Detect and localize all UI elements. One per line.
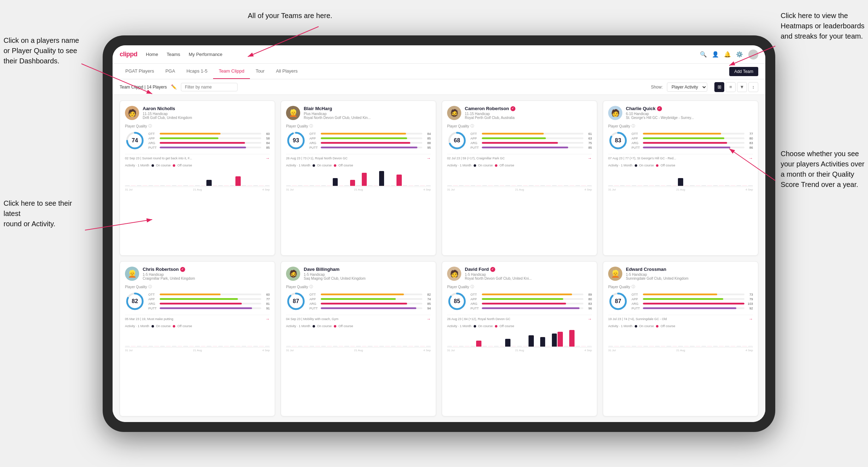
score-circle[interactable]: 82 <box>125 291 145 311</box>
score-circle[interactable]: 83 <box>608 131 628 150</box>
last-round[interactable]: 04 Sep 23 | Mobility with coach, Gym → <box>286 315 431 321</box>
show-select[interactable]: Player Activity <box>667 82 707 92</box>
stat-value: 94 <box>424 307 431 310</box>
chart-bar <box>488 185 493 186</box>
quality-info-icon[interactable]: ⓘ <box>309 284 313 289</box>
edit-icon[interactable]: ✏️ <box>171 84 177 90</box>
chart-bar <box>719 346 724 347</box>
last-round[interactable]: 02 Jul 23 | 59 (+17), Craigmillar Park G… <box>447 154 592 161</box>
chart-bar <box>614 185 619 186</box>
player-name[interactable]: Edward Crossman <box>626 267 753 272</box>
tab-hcaps[interactable]: Hcaps 1-5 <box>181 64 213 79</box>
chart-label: 4 Sep <box>584 188 592 191</box>
quality-info-icon[interactable]: ⓘ <box>148 284 152 289</box>
quality-label: Player Quality ⓘ <box>608 284 753 289</box>
stat-row: PUTT 94 <box>309 307 431 310</box>
list-view-button[interactable]: ≡ <box>726 82 736 92</box>
stat-value: 77 <box>746 132 753 136</box>
player-name[interactable]: Aaron Nicholls <box>143 106 270 111</box>
player-card[interactable]: 👱 Chris Robertson ✓ 1-5 Handicap Craigmi… <box>120 261 275 416</box>
chart-bar <box>494 346 499 347</box>
player-card[interactable]: 🧑 David Ford ✓ 1-5 Handicap Royal North … <box>442 261 597 416</box>
stat-row: OTT 77 <box>632 132 753 136</box>
chart-bar <box>540 337 545 347</box>
player-card[interactable]: 👱 Edward Crossman 1-5 Handicap Sunningda… <box>603 261 758 416</box>
player-handicap: 1-5 Handicap <box>465 273 592 277</box>
settings-icon[interactable]: ⚙️ <box>736 51 743 58</box>
stat-value: 73 <box>746 293 753 296</box>
score-circle[interactable]: 87 <box>608 291 628 311</box>
score-circle[interactable]: 93 <box>286 131 306 150</box>
player-name[interactable]: Charlie Quick ✓ <box>626 106 753 111</box>
last-round-arrow[interactable]: → <box>265 317 270 321</box>
last-round-text: 05 Mar 23 | 19, Must make putting <box>125 317 265 321</box>
player-card[interactable]: 👱 Blair McHarg Plus Handicap Royal North… <box>281 101 436 256</box>
avatar[interactable] <box>748 50 758 59</box>
tab-pgat[interactable]: PGAT Players <box>120 64 160 79</box>
last-round[interactable]: 05 Mar 23 | 19, Must make putting → <box>125 315 270 321</box>
score-circle[interactable]: 85 <box>447 291 467 311</box>
player-name[interactable]: Cameron Robertson ✓ <box>465 106 592 111</box>
player-avatar: 👱 <box>286 106 300 120</box>
last-round-arrow[interactable]: → <box>588 317 592 321</box>
player-card[interactable]: 🧔 Cameron Robertson ✓ 11-15 Handicap Roy… <box>442 101 597 256</box>
filter-button[interactable]: ▼ <box>737 82 747 92</box>
nav-home[interactable]: Home <box>146 50 158 58</box>
last-round-arrow[interactable]: → <box>749 156 753 161</box>
quality-label: Player Quality ⓘ <box>447 284 592 289</box>
nav-performance[interactable]: My Performance <box>189 50 222 58</box>
chart-bar <box>470 185 475 186</box>
last-round[interactable]: 19 Jul 23 | 74 (+4), Sunningdale GC - Ol… <box>608 315 753 321</box>
last-round[interactable]: 26 Aug 23 | 73 (+1), Royal North Devon G… <box>286 154 431 161</box>
player-header: 👱 Blair McHarg Plus Handicap Royal North… <box>286 106 431 120</box>
last-round[interactable]: 07 Aug 23 | 77 (+7), St George's Hill GC… <box>608 154 753 161</box>
last-round[interactable]: 02 Sep 23 | Sunset round to get back int… <box>125 154 270 161</box>
last-round-arrow[interactable]: → <box>427 156 431 161</box>
tab-all-players[interactable]: All Players <box>270 64 303 79</box>
quality-info-icon[interactable]: ⓘ <box>148 124 152 129</box>
quality-info-icon[interactable]: ⓘ <box>632 284 635 289</box>
chart-bar <box>235 346 240 347</box>
stat-bar <box>160 142 245 144</box>
stat-value: 79 <box>746 297 753 301</box>
last-round-arrow[interactable]: → <box>588 156 592 161</box>
score-circle[interactable]: 74 <box>125 131 145 150</box>
player-name[interactable]: Chris Robertson ✓ <box>143 267 270 272</box>
stats-list: OTT 77 APP 80 <box>632 132 753 149</box>
grid-view-button[interactable]: ⊞ <box>714 82 724 92</box>
nav-teams[interactable]: Teams <box>167 50 180 58</box>
tab-team-clippd[interactable]: Team Clippd <box>213 64 250 79</box>
stat-bar <box>482 133 544 135</box>
quality-info-icon[interactable]: ⓘ <box>470 284 474 289</box>
last-round-arrow[interactable]: → <box>427 317 431 321</box>
last-round-arrow[interactable]: → <box>749 317 753 321</box>
player-card[interactable]: 🧔 Dave Billingham 1-5 Handicap Saq Magin… <box>281 261 436 416</box>
chart-labels: 31 Jul21 Aug4 Sep <box>286 188 431 191</box>
score-circle[interactable]: 68 <box>447 131 467 150</box>
quality-info-icon[interactable]: ⓘ <box>470 124 474 129</box>
player-avatar: 🧔 <box>286 267 300 281</box>
last-round-arrow[interactable]: → <box>265 156 270 161</box>
chart-bar <box>529 335 533 347</box>
player-name[interactable]: Dave Billingham <box>304 267 431 272</box>
chart-bar <box>391 185 396 186</box>
player-name[interactable]: Blair McHarg <box>304 106 431 111</box>
app-logo[interactable]: clippd <box>120 51 137 58</box>
player-name[interactable]: David Ford ✓ <box>465 267 592 272</box>
search-icon[interactable]: 🔍 <box>700 51 707 58</box>
person-icon[interactable]: 👤 <box>712 51 719 58</box>
player-card[interactable]: 🧑 Aaron Nicholls 11-15 Handicap Drift Go… <box>120 101 275 256</box>
quality-info-icon[interactable]: ⓘ <box>309 124 313 129</box>
tab-pga[interactable]: PGA <box>160 64 181 79</box>
player-card[interactable]: 🧑 Charlie Quick ✓ 6-10 Handicap St. Geor… <box>603 101 758 256</box>
score-circle[interactable]: 87 <box>286 291 306 311</box>
bell-icon[interactable]: 🔔 <box>724 51 731 58</box>
add-team-button[interactable]: Add Team <box>729 67 758 76</box>
sort-button[interactable]: ↕ <box>748 82 758 92</box>
quality-info-icon[interactable]: ⓘ <box>632 124 635 129</box>
last-round[interactable]: 26 Aug 23 | 84 (+12), Royal North Devon … <box>447 315 592 321</box>
filter-input[interactable] <box>181 83 238 91</box>
player-info: David Ford ✓ 1-5 Handicap Royal North De… <box>465 267 592 280</box>
tab-tour[interactable]: Tour <box>250 64 270 79</box>
off-course-dot <box>173 325 175 328</box>
